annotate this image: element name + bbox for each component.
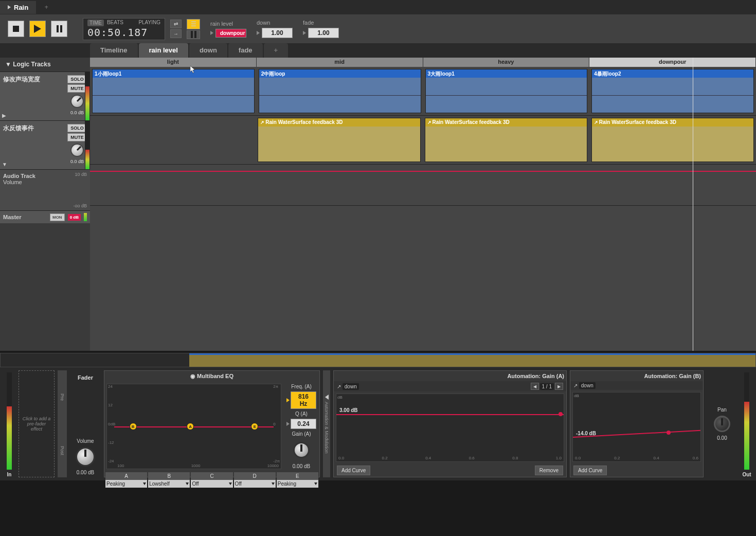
pause-button[interactable] bbox=[51, 21, 67, 37]
fade-value[interactable]: 1.00 bbox=[308, 28, 339, 38]
timeline-area[interactable]: light mid heavy downpour 1小雨loop1 2中雨loo… bbox=[90, 58, 756, 351]
time-mode-time[interactable]: TIME bbox=[87, 20, 104, 26]
volume-knob[interactable] bbox=[70, 95, 84, 108]
audio-clip[interactable]: 2中雨loop bbox=[259, 69, 421, 113]
stop-icon bbox=[13, 26, 19, 32]
band-id[interactable]: B bbox=[148, 472, 190, 480]
auto-param[interactable]: down bbox=[579, 382, 596, 389]
column-header[interactable]: mid bbox=[257, 58, 423, 67]
track-name: 水反馈事件 bbox=[3, 124, 67, 166]
freq-value[interactable]: 816 Hz bbox=[291, 391, 316, 409]
stop-button[interactable] bbox=[8, 21, 24, 37]
loop-button[interactable]: ⇄ bbox=[170, 20, 182, 28]
gain-knob[interactable] bbox=[293, 442, 310, 458]
band-type-select[interactable]: Peaking bbox=[277, 480, 318, 488]
automation-graph-b[interactable]: dB -14.0 dB 0.00.20.40.6 bbox=[572, 392, 701, 462]
column-header[interactable]: light bbox=[90, 58, 257, 67]
event-clip[interactable]: Rain WaterSurface feedback 3D bbox=[591, 118, 754, 162]
master-db-button[interactable]: 0 dB bbox=[68, 214, 81, 221]
document-tab[interactable]: Rain bbox=[0, 1, 36, 14]
mute-button[interactable]: MUTE bbox=[67, 84, 87, 93]
automation-lane[interactable] bbox=[90, 165, 756, 206]
rain-level-value[interactable]: downpour bbox=[215, 29, 246, 38]
play-icon bbox=[34, 25, 41, 33]
collapse-icon[interactable]: ▼ bbox=[2, 162, 7, 167]
eq-bands: APeaking BLowshelf COff DOff EPeaking bbox=[104, 471, 319, 489]
play-indicator-icon bbox=[8, 5, 11, 9]
band-id[interactable]: A bbox=[105, 472, 147, 480]
band-id[interactable]: E bbox=[277, 472, 318, 480]
event-clip[interactable]: Rain WaterSurface feedback 3D bbox=[425, 118, 587, 162]
pan-knob[interactable] bbox=[714, 416, 730, 432]
eq-band-point-a[interactable]: A bbox=[187, 423, 194, 430]
param-play-icon[interactable] bbox=[257, 31, 260, 35]
param-play-icon[interactable] bbox=[303, 31, 306, 35]
eq-band-point-e[interactable]: E bbox=[251, 423, 258, 430]
time-mode-beats[interactable]: BEATS bbox=[107, 20, 123, 26]
overview-strip[interactable] bbox=[0, 353, 756, 367]
post-button[interactable]: Post bbox=[58, 424, 67, 477]
audio-clip[interactable]: 4暴雨loop2 bbox=[591, 69, 754, 113]
playhead[interactable] bbox=[693, 58, 693, 351]
band-id[interactable]: D bbox=[234, 472, 276, 480]
auto-param[interactable]: down bbox=[343, 383, 359, 390]
automation-modulation-bar[interactable]: Automation & Modulation bbox=[323, 370, 330, 477]
pre-button[interactable]: Pre bbox=[58, 370, 67, 424]
band-type-select[interactable]: Off bbox=[234, 480, 276, 488]
column-headers: light mid heavy downpour bbox=[90, 58, 756, 67]
pre-fader-slot[interactable]: Click to add a pre-fader effect bbox=[19, 370, 55, 477]
prev-page-button[interactable]: ◀ bbox=[531, 383, 539, 390]
automation-curve[interactable] bbox=[573, 392, 700, 461]
track-header[interactable]: 水反馈事件 SOLO MUTE 0.0 dB ▼ bbox=[0, 121, 90, 170]
track-header[interactable]: 修改声场宽度 SOLO MUTE 0.0 dB ▶ bbox=[0, 72, 90, 121]
add-curve-button[interactable]: Add Curve bbox=[337, 466, 370, 475]
volume-knob[interactable] bbox=[70, 144, 84, 157]
eq-band-point-b[interactable]: B bbox=[130, 423, 137, 430]
eq-graph[interactable]: 24120dB-12-24 B A E 100100010000 2π0-2π bbox=[106, 384, 281, 469]
down-value[interactable]: 1.00 bbox=[262, 28, 293, 38]
band-type-select[interactable]: Peaking bbox=[105, 480, 147, 488]
clip-label: 4暴雨loop2 bbox=[592, 69, 753, 78]
audio-clip[interactable]: 1小雨loop1 bbox=[92, 69, 255, 113]
band-type-select[interactable]: Lowshelf bbox=[148, 480, 190, 488]
automation-track-header[interactable]: Audio Track Volume 10 dB -oo dB bbox=[0, 170, 90, 211]
param-play-icon[interactable] bbox=[210, 31, 213, 35]
audio-clip[interactable]: 3大雨loop1 bbox=[425, 69, 588, 113]
meter-label: In bbox=[7, 472, 12, 477]
mute-button[interactable]: MUTE bbox=[67, 133, 87, 141]
add-curve-button[interactable]: Add Curve bbox=[573, 466, 607, 475]
add-view-tab[interactable]: + bbox=[264, 43, 289, 58]
add-tab-button[interactable]: + bbox=[36, 1, 57, 13]
tab-rain-level[interactable]: rain level bbox=[139, 43, 188, 58]
band-type-select[interactable]: Off bbox=[191, 480, 232, 488]
param-down: down 1.00 bbox=[257, 20, 293, 38]
automation-graph-a[interactable]: dB 3.00 dB 0.00.20.40.60.81.0 bbox=[336, 394, 564, 462]
volume-knob[interactable] bbox=[76, 447, 95, 467]
solo-button[interactable]: SOLO bbox=[67, 75, 87, 83]
q-value[interactable]: 0.24 bbox=[291, 419, 316, 429]
remove-button[interactable]: Remove bbox=[535, 466, 563, 475]
empty-clip-slot[interactable] bbox=[92, 118, 254, 162]
monitor-button[interactable]: MON bbox=[50, 213, 65, 221]
logic-tracks-header[interactable]: ▼ Logic Tracks bbox=[0, 58, 90, 72]
pause-sync-button[interactable] bbox=[187, 30, 200, 39]
event-clip[interactable]: Rain WaterSurface feedback 3D bbox=[258, 118, 420, 162]
next-page-button[interactable]: ▶ bbox=[555, 383, 563, 390]
master-track-header[interactable]: Master MON 0 dB bbox=[0, 211, 90, 223]
tab-timeline[interactable]: Timeline bbox=[90, 43, 138, 58]
automation-curve[interactable] bbox=[336, 414, 564, 415]
solo-button[interactable]: SOLO bbox=[67, 124, 87, 132]
automation-line[interactable] bbox=[90, 171, 756, 172]
curve-point[interactable] bbox=[559, 412, 563, 416]
q-label: Q (A) bbox=[295, 411, 308, 417]
expand-icon[interactable]: ▶ bbox=[2, 113, 6, 118]
column-header[interactable]: heavy bbox=[423, 58, 590, 67]
band-id[interactable]: C bbox=[191, 472, 232, 480]
return-button[interactable]: → bbox=[170, 29, 182, 38]
play-button[interactable] bbox=[29, 21, 46, 37]
curve-point[interactable] bbox=[667, 431, 671, 435]
list-view-button[interactable]: ☰ bbox=[187, 19, 200, 29]
tab-down[interactable]: down bbox=[189, 43, 227, 58]
tab-fade[interactable]: fade bbox=[228, 43, 263, 58]
column-header[interactable]: downpour bbox=[589, 58, 756, 67]
